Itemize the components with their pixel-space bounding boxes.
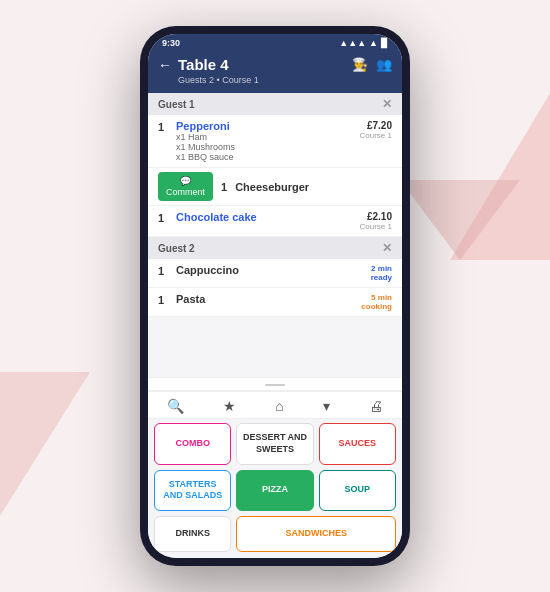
status-time: 5 min [361, 293, 392, 302]
item-price: £2.10 [360, 211, 392, 222]
table-row: 💬 Comment 1 Cheeseburger [148, 168, 402, 206]
bg-decoration-3 [0, 372, 90, 532]
print-icon[interactable]: 🖨 [369, 398, 383, 414]
item-course: Course 1 [360, 131, 392, 140]
table-row: 1 Pasta 5 min cooking [148, 288, 402, 317]
guest-1-label: Guest 1 [158, 99, 195, 110]
guest-1-header: Guest 1 ✕ [148, 93, 402, 115]
mod-1: x1 Ham [176, 132, 354, 142]
item-price: £7.20 [360, 120, 392, 131]
header-subtitle: Guests 2 • Course 1 [158, 75, 392, 85]
comment-label: Comment [166, 187, 205, 197]
menu-categories: COMBO DESSERT AND SWEETS SAUCES STARTERS… [148, 419, 402, 558]
item-mods: x1 Ham x1 Mushrooms x1 BBQ sauce [176, 132, 354, 162]
item-qty: 1 [158, 211, 170, 224]
toolbar-handle [265, 384, 285, 386]
back-button[interactable]: ← [158, 57, 172, 73]
guests-icon[interactable]: 👥 [376, 57, 392, 72]
item-qty: 1 [158, 120, 170, 133]
chef-icon[interactable]: 👨‍🍳 [352, 57, 368, 72]
nav-toolbar: 🔍 ★ ⌂ ▾ 🖨 [148, 391, 402, 419]
bg-decoration-2 [400, 180, 520, 260]
category-pizza[interactable]: PIZZA [236, 470, 313, 511]
search-icon[interactable]: 🔍 [167, 398, 184, 414]
home-icon[interactable]: ⌂ [275, 398, 283, 414]
status-bar: 9:30 ▲▲▲ ▲ ▉ [148, 34, 402, 50]
status-time: 9:30 [162, 38, 180, 48]
item-details: Pasta [176, 293, 355, 305]
guest-1-close[interactable]: ✕ [382, 97, 392, 111]
item-qty: 1 [158, 293, 170, 306]
table-row: 1 Pepperoni x1 Ham x1 Mushrooms x1 BBQ s… [148, 115, 402, 168]
guest-2-label: Guest 2 [158, 243, 195, 254]
item-details: Pepperoni x1 Ham x1 Mushrooms x1 BBQ sau… [176, 120, 354, 162]
signal-icon: ▲▲▲ [339, 38, 366, 48]
order-list: Guest 1 ✕ 1 Pepperoni x1 Ham x1 Mushroom… [148, 93, 402, 377]
item-right: 2 min ready [371, 264, 392, 282]
header: ← Table 4 👨‍🍳 👥 Guests 2 • Course 1 [148, 50, 402, 93]
guest-2-close[interactable]: ✕ [382, 241, 392, 255]
item-name: Pasta [176, 293, 355, 305]
category-combo[interactable]: COMBO [154, 423, 231, 464]
category-drinks[interactable]: DRINKS [154, 516, 231, 552]
comment-icon: 💬 [180, 176, 191, 186]
guest-2-header: Guest 2 ✕ [148, 237, 402, 259]
battery-icon: ▉ [381, 38, 388, 48]
status-label: cooking [361, 302, 392, 311]
item-qty: 1 [221, 181, 227, 193]
item-right: 5 min cooking [361, 293, 392, 311]
item-name: Cheeseburger [235, 181, 309, 193]
item-course: Course 1 [360, 222, 392, 231]
category-soup[interactable]: SOUP [319, 470, 396, 511]
header-icons: 👨‍🍳 👥 [352, 57, 392, 72]
item-details: Cappuccino [176, 264, 365, 276]
phone-shell: 9:30 ▲▲▲ ▲ ▉ ← Table 4 👨‍🍳 👥 Guests 2 • … [140, 26, 410, 566]
dropdown-icon[interactable]: ▾ [323, 398, 330, 414]
mod-3: x1 BBQ sauce [176, 152, 354, 162]
phone-screen: 9:30 ▲▲▲ ▲ ▉ ← Table 4 👨‍🍳 👥 Guests 2 • … [148, 34, 402, 558]
mod-2: x1 Mushrooms [176, 142, 354, 152]
page-title: Table 4 [178, 56, 346, 73]
item-name: Cappuccino [176, 264, 365, 276]
item-qty: 1 [158, 264, 170, 277]
category-dessert[interactable]: DESSERT AND SWEETS [236, 423, 313, 464]
header-top: ← Table 4 👨‍🍳 👥 [158, 56, 392, 73]
status-time: 2 min [371, 264, 392, 273]
item-name: Chocolate cake [176, 211, 354, 223]
item-details: Chocolate cake [176, 211, 354, 223]
table-row: 1 Chocolate cake £2.10 Course 1 [148, 206, 402, 237]
item-right: £2.10 Course 1 [360, 211, 392, 231]
favorites-icon[interactable]: ★ [223, 398, 236, 414]
comment-button[interactable]: 💬 Comment [158, 172, 213, 201]
category-starters[interactable]: STARTERS AND SALADS [154, 470, 231, 511]
wifi-icon: ▲ [369, 38, 378, 48]
status-icons: ▲▲▲ ▲ ▉ [339, 38, 388, 48]
item-name: Pepperoni [176, 120, 354, 132]
item-right: £7.20 Course 1 [360, 120, 392, 140]
table-row: 1 Cappuccino 2 min ready [148, 259, 402, 288]
category-sandwiches[interactable]: SANDWICHES [236, 516, 396, 552]
category-sauces[interactable]: SAUCES [319, 423, 396, 464]
toolbar [148, 377, 402, 391]
status-label: ready [371, 273, 392, 282]
